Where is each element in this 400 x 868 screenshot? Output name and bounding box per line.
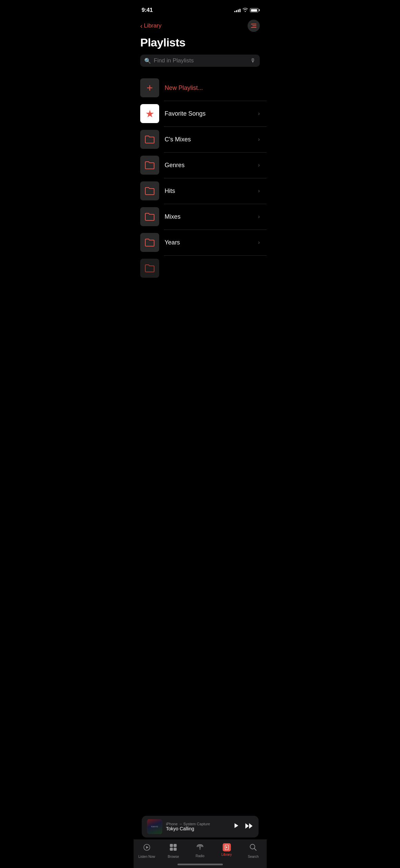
playlist-thumb-partial [140, 259, 159, 278]
playlist-item-new-playlist[interactable]: + New Playlist... [133, 75, 267, 101]
playlist-thumb-genres [140, 156, 159, 175]
chevron-right-icon-5: › [258, 214, 260, 220]
back-chevron-icon: ‹ [140, 22, 143, 29]
mic-icon[interactable]: 🎙 [250, 58, 256, 64]
playlist-list: + New Playlist... ★ Favorite Songs › C's… [133, 75, 267, 281]
signal-bars-icon [234, 8, 240, 12]
page-title: Playlists [133, 35, 267, 55]
folder-icon [145, 135, 155, 144]
back-label: Library [144, 22, 162, 29]
playlist-label-genres: Genres [165, 162, 258, 169]
battery-icon [250, 8, 258, 12]
chevron-right-icon-2: › [258, 136, 260, 142]
playlist-thumb-favorite: ★ [140, 104, 159, 123]
chevron-right-icon-6: › [258, 239, 260, 245]
folder-icon-years [145, 238, 155, 247]
playlist-item-mixes[interactable]: Mixes › [133, 204, 267, 230]
back-button[interactable]: ‹ Library [140, 22, 162, 29]
playlist-thumb-years [140, 233, 159, 252]
playlist-thumb-cs-mixes [140, 130, 159, 149]
sort-icon [251, 24, 256, 28]
playlist-thumb-hits [140, 181, 159, 200]
playlist-label-years: Years [165, 239, 258, 246]
playlist-item-years[interactable]: Years › [133, 230, 267, 255]
content-area: + New Playlist... ★ Favorite Songs › C's… [133, 75, 267, 335]
status-icons [234, 8, 258, 13]
playlist-label-mixes: Mixes [165, 213, 258, 220]
search-input[interactable] [154, 57, 248, 64]
playlist-thumb-new: + [140, 78, 159, 97]
folder-icon-genres [145, 161, 155, 170]
search-bar[interactable]: 🔍 🎙 [140, 55, 260, 67]
chevron-right-icon: › [258, 111, 260, 117]
star-icon: ★ [145, 108, 154, 120]
playlist-item-genres[interactable]: Genres › [133, 152, 267, 178]
playlist-item-favorite-songs[interactable]: ★ Favorite Songs › [133, 101, 267, 126]
folder-icon-hits [145, 186, 155, 195]
playlist-thumb-mixes [140, 207, 159, 226]
wifi-icon [243, 8, 248, 13]
search-icon: 🔍 [144, 58, 151, 64]
playlist-item-partial [133, 255, 267, 281]
playlist-item-cs-mixes[interactable]: C's Mixes › [133, 126, 267, 152]
playlist-item-hits[interactable]: Hits › [133, 178, 267, 204]
folder-icon-partial [145, 264, 155, 273]
playlist-label-new: New Playlist... [165, 84, 260, 92]
playlist-label-cs-mixes: C's Mixes [165, 136, 258, 143]
playlist-label-hits: Hits [165, 188, 258, 195]
playlist-label-favorite: Favorite Songs [165, 110, 258, 117]
plus-icon: + [147, 82, 153, 94]
sort-button[interactable] [248, 20, 260, 32]
chevron-right-icon-3: › [258, 162, 260, 168]
status-bar: 9:41 [133, 0, 267, 18]
nav-bar: ‹ Library [133, 18, 267, 35]
folder-icon-mixes [145, 212, 155, 221]
chevron-right-icon-4: › [258, 188, 260, 194]
status-time: 9:41 [142, 7, 153, 14]
